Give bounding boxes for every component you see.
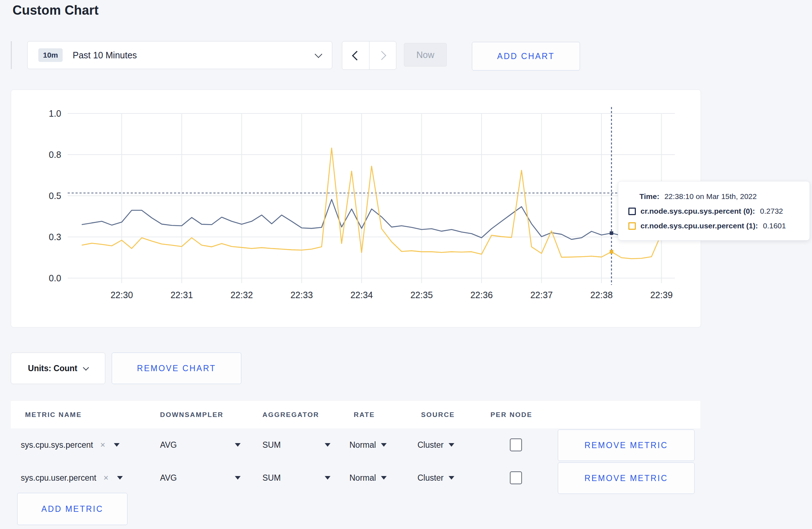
caret-down-icon <box>449 443 454 447</box>
chart-card: 0.00.30.50.81.022:3022:3122:3222:3322:34… <box>11 89 701 327</box>
hover-dot-1 <box>610 250 613 253</box>
series-line-1 <box>82 148 671 259</box>
x-axis-tick-label: 22:35 <box>410 290 433 300</box>
caret-down-icon <box>381 476 387 480</box>
tooltip-series-label: cr.node.sys.cpu.sys.percent (0): <box>641 207 755 215</box>
aggregator-select[interactable]: SUM <box>262 429 330 461</box>
metric-row: sys.cpu.sys.percent × AVG SUM Normal Clu… <box>11 429 700 461</box>
x-axis-tick-label: 22:34 <box>351 290 373 300</box>
time-range-badge: 10m <box>38 48 63 62</box>
units-select[interactable]: Units: Count <box>11 353 105 384</box>
col-header-metric-name: METRIC NAME <box>25 401 82 428</box>
page-title: Custom Chart <box>13 3 98 18</box>
y-axis-tick-label: 0.3 <box>49 232 61 242</box>
hover-dot-0 <box>610 231 613 235</box>
col-header-aggregator: AGGREGATOR <box>262 401 319 428</box>
tooltip-series-label: cr.node.sys.cpu.user.percent (1): <box>641 222 758 230</box>
series-swatch-icon <box>628 222 636 230</box>
series-line-0 <box>82 199 671 239</box>
add-chart-button[interactable]: ADD CHART <box>472 42 580 71</box>
per-node-checkbox[interactable] <box>510 471 522 484</box>
caret-down-icon <box>235 476 241 480</box>
tooltip-series-value: 0.2732 <box>760 207 783 215</box>
source-value: Cluster <box>417 473 444 483</box>
y-axis-tick-label: 0.5 <box>49 191 61 201</box>
x-axis-tick-label: 22:32 <box>231 290 253 300</box>
downsampler-value: AVG <box>160 473 177 483</box>
remove-chart-button[interactable]: REMOVE CHART <box>112 353 241 384</box>
line-chart[interactable]: 0.00.30.50.81.022:3022:3122:3222:3322:34… <box>11 90 701 327</box>
prev-time-button[interactable] <box>342 42 369 69</box>
x-axis-tick-label: 22:36 <box>470 290 493 300</box>
downsampler-select[interactable]: AVG <box>160 429 241 461</box>
clear-metric-icon[interactable]: × <box>100 440 105 450</box>
source-select[interactable]: Cluster <box>417 429 454 461</box>
downsampler-value: AVG <box>160 440 177 450</box>
metric-row: sys.cpu.user.percent × AVG SUM Normal Cl… <box>11 462 700 494</box>
chevron-right-icon <box>377 51 386 60</box>
aggregator-value: SUM <box>262 473 281 483</box>
chevron-down-icon <box>83 364 89 370</box>
tooltip-time-label: Time: <box>639 192 659 201</box>
units-label: Units: Count <box>28 364 77 373</box>
x-axis-tick-label: 22:31 <box>170 290 193 300</box>
rate-select[interactable]: Normal <box>349 462 387 494</box>
caret-down-icon <box>114 443 120 447</box>
rate-value: Normal <box>349 473 376 483</box>
aggregator-value: SUM <box>262 440 281 450</box>
tooltip-time-row: Time: 22:38:10 on Mar 15th, 2022 <box>628 192 809 201</box>
x-axis-tick-label: 22:37 <box>530 290 553 300</box>
metric-name-value: sys.cpu.user.percent <box>21 473 96 483</box>
rate-select[interactable]: Normal <box>349 429 387 461</box>
chart-tooltip: Time: 22:38:10 on Mar 15th, 2022 cr.node… <box>618 181 810 241</box>
per-node-cell <box>510 462 522 494</box>
x-axis-tick-label: 22:30 <box>111 290 133 300</box>
caret-down-icon <box>235 443 241 447</box>
y-axis-tick-label: 0.8 <box>49 150 61 160</box>
caret-down-icon <box>449 476 454 480</box>
col-header-downsampler: DOWNSAMPLER <box>160 401 223 428</box>
metric-name-value: sys.cpu.sys.percent <box>21 440 93 450</box>
aggregator-select[interactable]: SUM <box>262 462 330 494</box>
toolbar-divider <box>11 41 12 69</box>
remove-metric-button[interactable]: REMOVE METRIC <box>558 462 695 494</box>
caret-down-icon <box>325 476 330 480</box>
source-select[interactable]: Cluster <box>417 462 454 494</box>
tooltip-series-row: cr.node.sys.cpu.sys.percent (0): 0.2732 <box>628 207 809 215</box>
x-axis-tick-label: 22:39 <box>650 290 673 300</box>
custom-chart-page: Custom Chart 10m Past 10 Minutes Now ADD… <box>0 0 812 529</box>
time-range-select[interactable]: 10m Past 10 Minutes <box>27 41 332 69</box>
metrics-table-header: METRIC NAME DOWNSAMPLER AGGREGATOR RATE … <box>11 401 700 428</box>
metric-name-select[interactable]: sys.cpu.user.percent × <box>21 462 123 494</box>
col-header-source: SOURCE <box>421 401 455 428</box>
now-button[interactable]: Now <box>404 43 447 67</box>
x-axis-tick-label: 22:38 <box>590 290 613 300</box>
next-time-button[interactable] <box>369 42 396 69</box>
caret-down-icon <box>117 476 123 480</box>
tooltip-series-row: cr.node.sys.cpu.user.percent (1): 0.1601 <box>628 222 809 230</box>
clear-metric-icon[interactable]: × <box>103 473 108 483</box>
chevron-down-icon <box>315 50 322 58</box>
chevron-left-icon <box>352 51 362 60</box>
y-axis-tick-label: 1.0 <box>49 108 61 118</box>
caret-down-icon <box>325 443 330 447</box>
add-metric-button[interactable]: ADD METRIC <box>17 493 127 525</box>
per-node-checkbox[interactable] <box>510 438 522 451</box>
downsampler-select[interactable]: AVG <box>160 462 241 494</box>
caret-down-icon <box>381 443 387 447</box>
col-header-per-node: PER NODE <box>490 401 532 428</box>
rate-value: Normal <box>349 440 376 450</box>
per-node-cell <box>510 429 522 461</box>
metric-name-select[interactable]: sys.cpu.sys.percent × <box>21 429 120 461</box>
series-swatch-icon <box>628 208 636 215</box>
x-axis-tick-label: 22:33 <box>290 290 313 300</box>
remove-metric-button[interactable]: REMOVE METRIC <box>558 429 695 461</box>
tooltip-series-value: 0.1601 <box>763 222 786 230</box>
col-header-rate: RATE <box>354 401 375 428</box>
time-range-label: Past 10 Minutes <box>73 50 137 60</box>
y-axis-tick-label: 0.0 <box>49 273 61 283</box>
source-value: Cluster <box>417 440 444 450</box>
tooltip-time-value: 22:38:10 on Mar 15th, 2022 <box>664 192 757 201</box>
time-step-group <box>342 41 396 70</box>
